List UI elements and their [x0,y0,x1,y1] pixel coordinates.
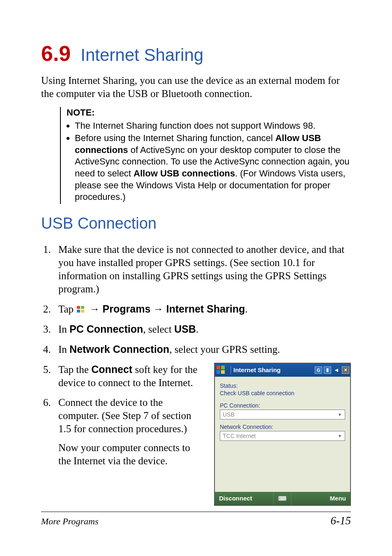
step-5-b1: Connect [91,364,132,375]
softkey-menu[interactable]: Menu [291,492,350,505]
step-2-pre: Tap [58,303,76,315]
step-6-text: Connect the device to the computer. (See… [58,397,191,434]
step-5: Tap the Connect soft key for the device … [53,363,205,389]
volume-icon[interactable] [333,366,340,374]
step-3-post: . [196,324,198,335]
network-connection-value: TCC Internet [223,433,256,439]
windows-start-icon [77,306,86,313]
step-5-pre: Tap the [58,364,91,375]
note-item-2-bold2: Allow USB connections [134,168,235,178]
step-3: In PC Connection, select USB. [53,322,351,336]
step-4-pre: In [58,344,69,355]
chevron-down-icon: ▾ [337,433,343,439]
system-tray: G ▮ [315,366,350,374]
softkey-right-label: Menu [330,495,346,502]
subsection-heading: USB Connection [41,215,351,232]
footer-section: More Programs [41,516,99,527]
step-3-pre: In [58,324,69,335]
section-heading: 6.9 Internet Sharing [41,41,351,66]
softkey-disconnect[interactable]: Disconnect [215,492,274,505]
device-title: Internet Sharing [233,366,281,373]
step-4-post: , select your GPRS setting. [169,344,280,355]
note-content: NOTE: The Internet Sharing function does… [61,107,351,204]
note-label: NOTE: [67,107,351,119]
intro-paragraph: Using Internet Sharing, you can use the … [41,74,351,100]
chevron-down-icon: ▾ [337,412,343,417]
page: 6.9 Internet Sharing Using Internet Shar… [0,0,392,556]
device-title-bar: Internet Sharing G ▮ [215,364,350,377]
step-3-b2: USB [174,323,196,335]
note-item-1: The Internet Sharing function does not s… [75,120,351,132]
network-connection-dropdown[interactable]: TCC Internet ▾ [220,431,345,441]
status-value: Check USB cable connection [220,390,345,396]
note-list: The Internet Sharing function does not s… [67,120,351,203]
note-block: NOTE: The Internet Sharing function does… [60,107,351,204]
step-6: Connect the device to the computer. (See… [53,396,205,468]
split-row: Tap the Connect soft key for the device … [41,363,351,506]
device-screenshot: Internet Sharing G ▮ Status: Check USB c… [214,363,351,506]
pc-connection-dropdown[interactable]: USB ▾ [220,410,345,419]
gprs-g-icon[interactable]: G [315,366,322,374]
arrow-icon: → [153,303,166,315]
section-number: 6.9 [41,42,71,65]
note-item-2-a: Before using the Internet Sharing functi… [75,133,275,143]
signal-icon[interactable]: ▮ [324,366,331,374]
pc-connection-label: PC Connection: [220,402,345,409]
arrow-icon: → [90,303,103,315]
step-1: Make sure that the device is not connect… [53,243,351,296]
pc-connection-value: USB [223,411,235,418]
step-6-result: Now your computer connects to the Intern… [58,441,205,468]
section-title: Internet Sharing [81,45,203,65]
steps-list-cont: Tap the Connect soft key for the device … [41,363,205,468]
step-2-programs: Programs [103,303,151,315]
device-soft-key-bar: Disconnect ⌨ Menu [215,492,350,505]
step-4-b1: Network Connection [69,343,169,355]
close-icon[interactable] [342,366,349,374]
step-3-mid: , select [143,324,174,335]
windows-start-icon[interactable] [217,366,226,375]
step-2-post: . [245,303,247,315]
network-connection-label: Network Connection: [220,424,345,430]
keyboard-icon[interactable]: ⌨ [273,492,291,505]
step-2: Tap → Programs → Internet Sharing. [53,302,351,316]
note-item-2: Before using the Internet Sharing functi… [75,132,351,203]
status-label: Status: [220,382,345,389]
softkey-left-label: Disconnect [219,495,252,502]
step-4: In Network Connection, select your GPRS … [53,343,351,356]
step-3-b1: PC Connection [69,323,143,335]
device-body: Status: Check USB cable connection PC Co… [215,377,350,492]
left-column: Tap the Connect soft key for the device … [41,363,205,474]
footer-page-number: 6-15 [331,514,351,527]
step-2-internet-sharing: Internet Sharing [166,303,245,315]
page-footer: More Programs 6-15 [41,512,351,527]
divider [231,366,231,374]
steps-list: Make sure that the device is not connect… [41,243,351,356]
